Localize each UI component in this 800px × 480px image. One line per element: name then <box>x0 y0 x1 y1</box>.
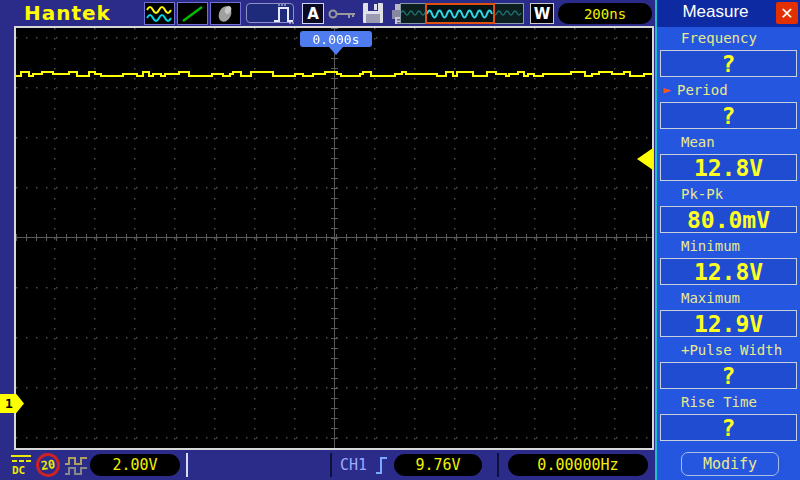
channel1-label: 1 <box>5 396 13 411</box>
waveform-display-button[interactable] <box>144 2 175 25</box>
horizontal-position-marker[interactable]: 0.000s <box>300 31 372 47</box>
frequency-counter-value: 0.00000Hz <box>537 456 618 474</box>
measure-item-label: Maximum <box>657 288 800 308</box>
measure-items: Frequency?►Period?Mean12.8VPk-Pk80.0mVMi… <box>657 28 800 441</box>
scope-display: 0.000s <box>14 26 654 450</box>
trigger-level-readout: 9.76V <box>394 454 482 476</box>
key-icon <box>328 8 358 21</box>
window-mode-button[interactable]: W <box>530 3 554 24</box>
pulse-mode-button[interactable] <box>272 2 298 25</box>
measure-panel: Measure ✕ Frequency?►Period?Mean12.8VPk-… <box>655 0 800 480</box>
measure-item-label: Frequency <box>657 28 800 48</box>
toolbar: Hantek A <box>0 0 655 26</box>
hand-icon <box>212 4 239 24</box>
panel-title: Measure <box>657 2 774 22</box>
measure-item-value: 12.8V <box>660 154 797 181</box>
measure-item-value: ? <box>660 414 797 441</box>
timebase-value: 200ns <box>584 6 626 22</box>
floppy-disk-icon <box>362 2 384 24</box>
measure-item-value: ? <box>660 362 797 389</box>
bandwidth-value: 20 <box>40 457 56 473</box>
close-button[interactable]: ✕ <box>776 2 798 24</box>
measure-item-label: Mean <box>657 132 800 152</box>
measure-item-value: ? <box>660 50 797 77</box>
modify-button[interactable]: Modify <box>681 452 779 476</box>
brand-logo: Hantek <box>24 1 111 25</box>
measure-item[interactable]: Mean12.8V <box>657 132 800 181</box>
rising-edge-icon <box>374 454 390 476</box>
lock-button[interactable] <box>328 8 358 21</box>
close-icon: ✕ <box>780 4 793 23</box>
measure-item-label: Pk-Pk <box>657 184 800 204</box>
trigger-level-marker[interactable] <box>637 148 653 170</box>
auto-icon: A <box>307 5 319 23</box>
measure-item-value: ? <box>660 102 797 129</box>
pan-hand-button[interactable] <box>210 2 241 25</box>
measure-item-label: +Pulse Width <box>657 340 800 360</box>
oscilloscope-app: Hantek A <box>0 0 800 480</box>
measure-item[interactable]: Pk-Pk80.0mV <box>657 184 800 233</box>
measure-item-value: 12.8V <box>660 258 797 285</box>
waveform-preview-slider[interactable] <box>400 3 524 24</box>
measure-item[interactable]: +Pulse Width? <box>657 340 800 389</box>
bandwidth-limit-indicator: 20 <box>34 451 61 478</box>
square-wave-icon <box>64 455 90 476</box>
measure-item[interactable]: Maximum12.9V <box>657 288 800 337</box>
divider <box>330 453 332 477</box>
frequency-counter-readout: 0.00000Hz <box>508 454 648 476</box>
measure-item[interactable]: ►Period? <box>657 80 800 129</box>
measure-panel-header: Measure ✕ <box>657 0 800 27</box>
measure-item-label: ►Period <box>657 80 800 100</box>
invert-indicator <box>64 455 90 476</box>
trigger-slope-indicator <box>374 454 390 476</box>
measure-item[interactable]: Rise Time? <box>657 392 800 441</box>
divider <box>497 453 499 477</box>
waveform-icon <box>146 4 173 24</box>
status-bar: DC 20 2.00V CH1 9.76V 0.00000Hz <box>0 450 655 480</box>
pulse-icon <box>272 2 298 25</box>
volts-per-div-value: 2.00V <box>112 456 157 474</box>
measure-item-label: Minimum <box>657 236 800 256</box>
divider <box>186 453 188 477</box>
timebase-readout: 200ns <box>558 3 652 24</box>
trigger-level-value: 9.76V <box>415 456 460 474</box>
dc-coupling-icon: DC <box>8 454 34 476</box>
diagonal-line-icon <box>179 4 206 24</box>
measure-item-value: 80.0mV <box>660 206 797 233</box>
trigger-source-label: CH1 <box>340 456 367 474</box>
graticule-and-trace-canvas <box>16 28 652 448</box>
volts-per-div-readout: 2.00V <box>90 454 180 476</box>
time-offset-value: 0.000s <box>313 32 360 47</box>
selected-arrow-icon: ► <box>663 80 671 100</box>
save-button[interactable] <box>362 2 384 24</box>
cursor-line-button[interactable] <box>177 2 208 25</box>
auto-mode-button[interactable]: A <box>302 3 324 24</box>
measure-item-value: 12.9V <box>660 310 797 337</box>
preview-zoom-wave-icon <box>427 6 493 23</box>
measure-item-label: Rise Time <box>657 392 800 412</box>
coupling-indicator: DC <box>8 454 34 476</box>
preview-window-handle[interactable] <box>425 3 495 24</box>
window-icon: W <box>534 5 551 23</box>
measure-item[interactable]: Minimum12.8V <box>657 236 800 285</box>
measure-item[interactable]: Frequency? <box>657 28 800 77</box>
modify-button-label: Modify <box>703 455 757 473</box>
svg-text:DC: DC <box>12 464 25 476</box>
